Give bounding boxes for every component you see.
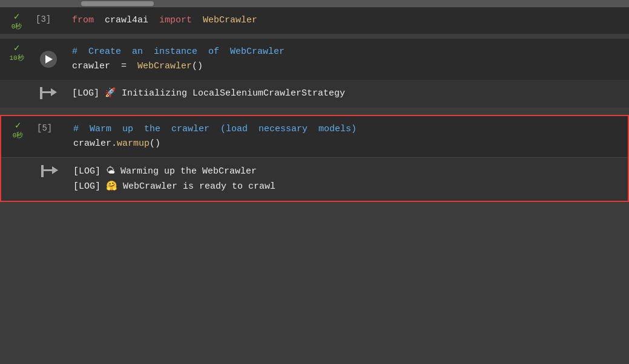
cell-4-line-1: # Create an instance of WebCrawler — [72, 45, 621, 59]
cell-4-code: # Create an instance of WebCrawler crawl… — [64, 39, 629, 80]
cell-5-checkmark: ✓ — [15, 121, 21, 131]
var-crawler: crawler — [72, 61, 110, 71]
spacer-1 — [0, 34, 629, 39]
cell-5-outer: ✓ 0秒 [5] # Warm up the crawler (load nec… — [0, 115, 629, 202]
notebook-container: ✓ 0秒 [3] from crawl4ai import WebCrawler… — [0, 0, 629, 364]
scrollbar-thumb[interactable] — [81, 1, 154, 6]
code-text: crawl4ai — [94, 15, 159, 25]
code-dot: . — [111, 138, 117, 149]
cell-4-play-area[interactable] — [33, 39, 64, 80]
cell-5-code: # Warm up the crawler (load necessary mo… — [65, 116, 628, 157]
cell-4-time: 10秒 — [9, 54, 24, 62]
log-4-line-1: [LOG] 🚀 Initializing LocalSeleniumCrawle… — [72, 88, 345, 99]
keyword-import: import — [159, 15, 192, 25]
svg-rect-2 — [40, 87, 42, 99]
func-webcrawler: WebCrawler — [137, 61, 192, 71]
cell-5-log-content: [LOG] 🌤 Warming up the WebCrawler [LOG] … — [65, 158, 628, 201]
cell-4-code-row: ✓ 10秒 # Create an instance of WebCrawler… — [0, 39, 629, 80]
warmup-paren: () — [150, 138, 160, 149]
play-triangle-icon — [45, 55, 53, 63]
comment-text: # Create an instance of WebCrawler — [72, 47, 285, 57]
func-warmup: warmup — [117, 138, 150, 149]
cell-3-row: ✓ 0秒 [3] from crawl4ai import WebCrawler — [0, 7, 629, 34]
cell-4-log-content: [LOG] 🚀 Initializing LocalSeleniumCrawle… — [64, 80, 629, 108]
cell-4-wrapper: ✓ 10秒 # Create an instance of WebCrawler… — [0, 39, 629, 108]
svg-rect-5 — [41, 165, 44, 177]
cell-3-checkmark: ✓ — [14, 12, 20, 22]
keyword-from: from — [72, 15, 94, 25]
log-5-line-2: [LOG] 🤗 WebCrawler is ready to crawl — [73, 181, 275, 192]
cell-5-line-2: crawler.warmup() — [73, 137, 619, 151]
log-5-arrow-icon — [41, 165, 58, 177]
svg-marker-4 — [52, 166, 58, 174]
cell-3-time: 0秒 — [12, 23, 22, 31]
code-space: = — [110, 61, 137, 71]
class-name: WebCrawler — [192, 15, 257, 25]
log-arrow-icon — [40, 87, 57, 99]
log-4-icon-area — [33, 80, 64, 106]
var-crawler-warmup: crawler — [73, 138, 111, 149]
cell-5-time: 0秒 — [13, 132, 24, 140]
svg-marker-1 — [51, 88, 57, 96]
cell-5-code-row: ✓ 0秒 [5] # Warm up the crawler (load nec… — [1, 116, 628, 157]
cell-3-gutter: ✓ 0秒 — [0, 7, 33, 34]
paren: () — [192, 61, 203, 71]
cell-5-comment: # Warm up the crawler (load necessary mo… — [73, 124, 357, 134]
cell-5-log-row: [LOG] 🌤 Warming up the WebCrawler [LOG] … — [1, 157, 628, 201]
cell-4-log-row: [LOG] 🚀 Initializing LocalSeleniumCrawle… — [0, 80, 629, 108]
cell-5-number: [5] — [35, 116, 65, 157]
scrollbar-area[interactable] — [0, 0, 629, 7]
cell-3-number: [3] — [33, 7, 64, 34]
cell-3-code: from crawl4ai import WebCrawler — [64, 7, 629, 34]
cell-4-gutter: ✓ 10秒 — [0, 39, 33, 80]
cell-3-line-1: from crawl4ai import WebCrawler — [72, 13, 621, 28]
log-5-icon-area — [35, 158, 65, 184]
cell-5-gutter: ✓ 0秒 — [1, 116, 35, 157]
spacer-2 — [0, 108, 629, 112]
log-5-line-1: [LOG] 🌤 Warming up the WebCrawler — [73, 166, 257, 177]
play-button[interactable] — [40, 51, 57, 68]
cell-5-line-1: # Warm up the crawler (load necessary mo… — [73, 122, 619, 137]
cell-4-checkmark: ✓ — [14, 44, 20, 53]
cell-4-line-2: crawler = WebCrawler() — [72, 59, 621, 74]
